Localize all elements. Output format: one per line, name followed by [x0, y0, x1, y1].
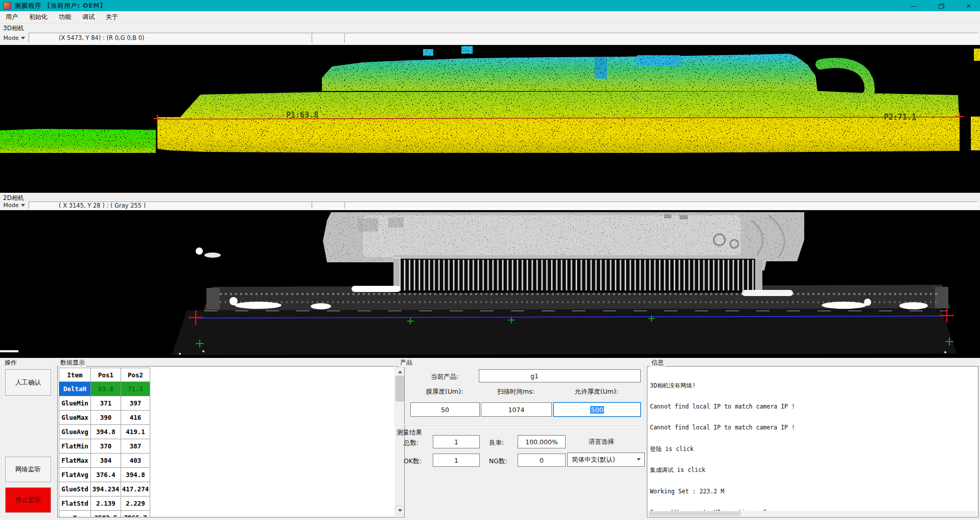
allowed-thickness-label: 允许厚度(Um): — [553, 388, 640, 396]
connector-pins — [393, 255, 762, 293]
ok-count-input[interactable]: 1 — [433, 454, 480, 467]
operation-group-label: 操作 — [3, 358, 18, 367]
info-log[interactable]: 3D相机没有网络! Cannot find local IP to match … — [650, 368, 972, 517]
current-product-input[interactable]: g1 — [479, 369, 641, 382]
menu-item-function[interactable]: 功能 — [53, 11, 77, 23]
mode-button-2d[interactable]: Mode — [1, 201, 28, 209]
status-segment — [344, 33, 978, 43]
col-header-pos2: Pos2 — [121, 368, 150, 382]
current-product-label: 当前产品: — [431, 373, 458, 381]
pixel-status-3d: (X 5473, Y 84) : (R 0,G 0,B 0) — [29, 33, 341, 43]
p2-annotation: P2:71.1 — [884, 112, 916, 122]
log-line: 登陆 is click — [650, 446, 972, 453]
scrollbar-thumb[interactable] — [649, 511, 741, 516]
titlebar: 测膜程序 【当前用户: OEM】 — ✕ — [0, 0, 980, 11]
camera3d-toolbar: Mode (X 5473, Y 84) : (R 0,G 0,B 0) — [0, 32, 980, 45]
col-header-item: Item — [59, 368, 91, 382]
log-line: 3D相机没有网络! — [650, 382, 972, 390]
table-row[interactable]: FlatMin 370 387 — [59, 439, 150, 454]
status-segment — [312, 201, 344, 209]
data-display-group: Item Pos1 Pos2 DeltaH 63.8 71.1 GlueMin … — [57, 366, 405, 517]
ng-count-label: NG数: — [489, 457, 507, 466]
data-display-label: 数据显示 — [59, 358, 86, 367]
menu-item-init[interactable]: 初始化 — [24, 11, 53, 23]
status-segment — [312, 33, 344, 43]
chevron-down-icon — [637, 458, 641, 461]
ng-count-input[interactable]: 0 — [518, 454, 566, 467]
app-icon — [4, 2, 11, 10]
film-thickness-input[interactable]: 50 — [410, 402, 480, 417]
camera2d-toolbar: Mode ( X 3145, Y 28 ) : ( Gray 255 ) — [0, 201, 980, 210]
info-group: 3D相机没有网络! Cannot find local IP to match … — [647, 366, 978, 517]
allowed-thickness-input[interactable]: 500 — [553, 402, 641, 417]
mode-button-3d[interactable]: Mode — [1, 33, 28, 43]
log-line: 集成调试 is click — [650, 467, 972, 474]
film-thickness-label: 膜厚度(Um): — [410, 388, 479, 396]
chevron-down-icon — [21, 204, 25, 207]
grayscale-view-2d[interactable] — [0, 210, 980, 358]
total-input[interactable]: 1 — [433, 435, 480, 448]
pixel-status-2d: ( X 3145, Y 28 ) : ( Gray 255 ) — [29, 201, 341, 209]
network-listen-button[interactable]: 网络监听 — [5, 457, 51, 482]
table-row[interactable]: FlatMax 384 403 — [59, 454, 150, 468]
table-row[interactable]: FlatStd 2.139 2.229 — [59, 496, 150, 511]
log-line: Cannot find local IP to match camera IP … — [650, 424, 972, 432]
scan-time-label: 扫描时间ms: — [481, 388, 551, 396]
stop-listen-button[interactable]: 停止监听 — [5, 487, 51, 513]
scan-time-input[interactable]: 1074 — [481, 402, 552, 417]
application-window: 测膜程序 【当前用户: OEM】 — ✕ 用户 初始化 功能 调试 关于 3D相… — [0, 0, 980, 520]
language-select[interactable]: 简体中文(默认) — [567, 453, 645, 467]
menubar: 用户 初始化 功能 调试 关于 — [0, 11, 980, 24]
status-segment — [344, 201, 978, 209]
minimize-button[interactable]: — — [906, 0, 921, 11]
table-row[interactable]: FlatAvg 376.4 394.8 — [59, 468, 150, 482]
menu-item-user[interactable]: 用户 — [0, 11, 24, 23]
table-row[interactable]: GlueStd 394.234 417.274 — [59, 482, 150, 496]
table-row[interactable]: GlueMin 371 397 — [59, 396, 150, 411]
ok-count-label: OK数: — [404, 457, 422, 466]
data-table: Item Pos1 Pos2 DeltaH 63.8 71.1 GlueMin … — [59, 368, 150, 517]
window-title: 测膜程序 【当前用户: OEM】 — [15, 2, 107, 10]
results-label: 测量结果 — [396, 428, 422, 437]
log-line: Cannot find local IP to match camera IP … — [650, 403, 972, 411]
product-group-label: 产品 — [399, 358, 414, 367]
close-button[interactable]: ✕ — [962, 0, 976, 11]
heightmap-view-3d[interactable]: P1:63.8 P2:71.1 — [0, 45, 980, 193]
restore-button[interactable] — [934, 0, 948, 11]
chevron-down-icon — [21, 37, 25, 39]
log-line: Working Set : 223.2 M — [650, 488, 972, 495]
info-group-label: 信息 — [650, 358, 665, 367]
table-row[interactable]: GlueMax 390 416 — [59, 411, 150, 425]
manual-confirm-button[interactable]: 人工确认 — [5, 369, 51, 396]
menu-item-about[interactable]: 关于 — [100, 11, 124, 23]
language-label: 语言选择 — [589, 438, 614, 446]
stage-shape — [172, 308, 956, 355]
yield-input[interactable]: 100.000% — [518, 435, 566, 448]
info-hscrollbar[interactable] — [648, 511, 976, 516]
bottom-panel: 操作 人工确认 网络监听 停止监听 数据显示 Item Pos1 Pos2 De… — [0, 358, 980, 520]
grayscale-image — [0, 210, 980, 358]
p1-annotation: P1:63.8 — [286, 110, 318, 120]
total-label: 总数: — [404, 439, 418, 447]
restore-icon — [939, 4, 944, 8]
scrollbar-down-icon[interactable] — [395, 506, 405, 515]
menu-item-debug[interactable]: 调试 — [77, 11, 100, 23]
table-row[interactable]: X 2583.5 7966.7 — [59, 511, 150, 518]
heightmap-image: P1:63.8 P2:71.1 — [0, 45, 980, 193]
table-row[interactable]: DeltaH 63.8 71.1 — [59, 382, 150, 396]
yield-label: 良率: — [489, 439, 504, 447]
col-header-pos1: Pos1 — [91, 368, 121, 382]
table-row[interactable]: GlueAvg 394.8 419.1 — [59, 425, 150, 439]
table-header-row: Item Pos1 Pos2 — [59, 368, 150, 382]
